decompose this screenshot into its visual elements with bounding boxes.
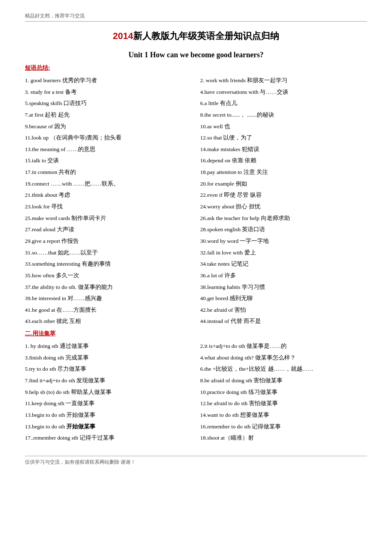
phrase-row: 31.so……that 如此……以至于32.fall in love with … (25, 247, 367, 258)
phrase-right: 4.have conversations with 与……交谈 (196, 87, 368, 98)
usage-row: 5.try to do sth 尽力做某事6.the +比较近，the+比较近 … (25, 364, 367, 374)
usage-left: 1. by doing sth 通过做某事 (25, 341, 196, 352)
phrase-left: 1. good learners 优秀的学习者 (25, 75, 196, 86)
phrase-left: 11.look up （在词典中等)查阅；抬头看 (25, 132, 196, 143)
phrase-right: 32.fall in love with 爱上 (196, 247, 368, 258)
phrase-left: 7.at first 起初 起先 (25, 110, 196, 120)
phrase-row: 27.read aloud 大声读28.spoken english 英语口语 (25, 224, 367, 235)
phrase-row: 9.because of 因为10.as well 也 (25, 121, 367, 132)
phrase-left: 39.be interested in 对……感兴趣 (25, 293, 196, 304)
phrase-right: 8.the secret to......， .......的秘诀 (196, 110, 368, 120)
phrase-right: 24.worry about 担心 担忧 (196, 201, 368, 212)
usage-right: 8.be afraid of doing sth 害怕做某事 (196, 375, 368, 386)
phrase-row: 19.connect ……with ……把……联系。20.for example… (25, 178, 367, 189)
usage-right: 12.be afraid to do sth 害怕做某事 (196, 398, 368, 409)
usage-row: 11.keep doing sth 一直做某事12.be afraid to d… (25, 398, 367, 409)
usage-right: 4.what about doing sth? 做某事怎么样？ (196, 352, 368, 363)
phrase-left: 41.be good at 在……方面擅长 (25, 305, 196, 315)
phrases-content: 1. good learners 优秀的学习者2. work with frie… (25, 75, 367, 327)
phrase-right: 40.get bored 感到无聊 (196, 293, 368, 304)
phrase-row: 43.each other 彼此 互相44.instead of 代替 而不是 (25, 316, 367, 327)
usage-left: 13.begin to do sth 开始做某事 (25, 410, 196, 421)
phrase-left: 13.the meaning of ……的意思 (25, 144, 196, 155)
phrase-row: 39.be interested in 对……感兴趣40.get bored 感… (25, 293, 367, 304)
phrase-row: 3. study for a test 备考4.have conversatio… (25, 87, 367, 98)
phrase-left: 15.talk to 交谈 (25, 155, 196, 166)
phrase-right: 6.a little 有点儿 (196, 98, 368, 109)
phrase-left: 43.each other 彼此 互相 (25, 316, 196, 327)
bottom-bar: 仅供学习与交流，如有侵权请联系网站删除 谢谢！ (25, 456, 367, 466)
phrase-left: 19.connect ……with ……把……联系。 (25, 178, 196, 189)
usage-left: 5.try to do sth 尽力做某事 (25, 364, 196, 374)
usage-row: 7.find it+adj+to do sth 发现做某事8.be afraid… (25, 375, 367, 386)
phrase-left: 25.make word cards 制作单词卡片 (25, 213, 196, 224)
phrase-left: 5.speaking skills 口语技巧 (25, 98, 196, 109)
phrase-left: 17.in common 共有的 (25, 167, 196, 178)
phrase-right: 44.instead of 代替 而不是 (196, 316, 368, 327)
phrase-right: 12.so that 以便，为了 (196, 132, 368, 143)
phrase-right: 2. work with friends 和朋友一起学习 (196, 75, 368, 86)
phrase-left: 37.the ability to do sth. 做某事的能力 (25, 282, 196, 293)
phrase-row: 15.talk to 交谈16.depend on 依靠 依赖 (25, 155, 367, 166)
unit-title-text: Unit 1 How can we become good learners? (129, 51, 263, 59)
usage-right: 14.want to do sth 想要做某事 (196, 410, 368, 421)
usage-row: 17..remember doing sth 记得干过某事18.shoot at… (25, 433, 367, 443)
phrase-row: 23.look for 寻找24.worry about 担心 担忧 (25, 201, 367, 212)
phrase-row: 5.speaking skills 口语技巧6.a little 有点儿 (25, 98, 367, 109)
phrase-row: 35.how often 多久一次36.a lot of 许多 (25, 270, 367, 281)
usage-left: 13.begin to do sth 开始做某事 (25, 421, 196, 432)
phrase-left: 29.give a report 作报告 (25, 236, 196, 247)
usage-left: 17..remember doing sth 记得干过某事 (25, 433, 196, 443)
phrase-row: 25.make word cards 制作单词卡片26.ask the teac… (25, 213, 367, 224)
usage-row: 13.begin to do sth 开始做某事14.want to do st… (25, 410, 367, 421)
phrase-row: 7.at first 起初 起先8.the secret to......， .… (25, 110, 367, 120)
phrase-row: 1. good learners 优秀的学习者2. work with frie… (25, 75, 367, 86)
usage-row: 9.help sb (to) do sth 帮助某人做某事10.practice… (25, 387, 367, 398)
section1-heading-text: 短语总结: (25, 65, 50, 71)
bottom-bar-text: 仅供学习与交流，如有侵权请联系网站删除 谢谢！ (25, 459, 136, 465)
phrase-row: 37.the ability to do sth. 做某事的能力38.learn… (25, 282, 367, 293)
phrase-right: 22.even if 即使 尽管 纵容 (196, 190, 368, 200)
usage-right: 16.remember to do sth 记得做某事 (196, 421, 368, 432)
usages-content: 1. by doing sth 通过做某事2.it is+adj+to do s… (25, 341, 367, 443)
phrase-row: 33.something interesting 有趣的事情34.take no… (25, 259, 367, 269)
section2-heading: 二.用法集萃 (25, 330, 367, 337)
phrase-right: 18.pay attention to 注意 关注 (196, 167, 368, 178)
usage-left: 11.keep doing sth 一直做某事 (25, 398, 196, 409)
phrase-left: 33.something interesting 有趣的事情 (25, 259, 196, 269)
usage-left: 3.finish doing sth 完成某事 (25, 352, 196, 363)
phrase-row: 29.give a report 作报告30.word by word 一字一字… (25, 236, 367, 247)
phrase-right: 34.take notes 记笔记 (196, 259, 368, 269)
phrase-right: 10.as well 也 (196, 121, 368, 132)
phrase-left: 9.because of 因为 (25, 121, 196, 132)
phrase-row: 13.the meaning of ……的意思14.make mistakes … (25, 144, 367, 155)
top-bar: 精品好文档，推荐学习交流 (25, 12, 367, 22)
usage-row: 13.begin to do sth 开始做某事16.remember to d… (25, 421, 367, 432)
main-title: 2014新人教版九年级英语全册知识点归纳 (25, 30, 367, 42)
phrase-right: 16.depend on 依靠 依赖 (196, 155, 368, 166)
top-bar-text: 精品好文档，推荐学习交流 (25, 13, 85, 19)
unit-title: Unit 1 How can we become good learners? (25, 51, 367, 59)
phrase-row: 11.look up （在词典中等)查阅；抬头看12.so that 以便，为了 (25, 132, 367, 143)
phrase-row: 17.in common 共有的18.pay attention to 注意 关… (25, 167, 367, 178)
usage-right: 2.it is+adj+to do sth 做某事是……的 (196, 341, 368, 352)
usage-right: 10.practice doing sth 练习做某事 (196, 387, 368, 398)
phrase-row: 41.be good at 在……方面擅长42.be afraid of 害怕 (25, 305, 367, 315)
phrase-left: 31.so……that 如此……以至于 (25, 247, 196, 258)
phrase-right: 20.for example 例如 (196, 178, 368, 189)
usage-right: 6.the +比较近，the+比较近 越……，就越…… (196, 364, 368, 374)
phrase-right: 38.learning habits 学习习惯 (196, 282, 368, 293)
usage-left: 7.find it+adj+to do sth 发现做某事 (25, 375, 196, 386)
section1-heading: 短语总结: (25, 64, 367, 72)
page: 精品好文档，推荐学习交流 2014新人教版九年级英语全册知识点归纳 Unit 1… (0, 0, 392, 555)
phrase-left: 23.look for 寻找 (25, 201, 196, 212)
phrase-right: 30.word by word 一字一字地 (196, 236, 368, 247)
main-title-text: 2014新人教版九年级英语全册知识点归纳 (113, 31, 279, 41)
usage-right: 18.shoot at（瞄准）射 (196, 433, 368, 443)
phrase-left: 27.read aloud 大声读 (25, 224, 196, 235)
phrase-left: 3. study for a test 备考 (25, 87, 196, 98)
phrase-left: 21.think about 考虑 (25, 190, 196, 200)
phrase-right: 28.spoken english 英语口语 (196, 224, 368, 235)
title-rest: 新人教版九年级英语全册知识点归纳 (133, 31, 279, 41)
phrase-left: 35.how often 多久一次 (25, 270, 196, 281)
